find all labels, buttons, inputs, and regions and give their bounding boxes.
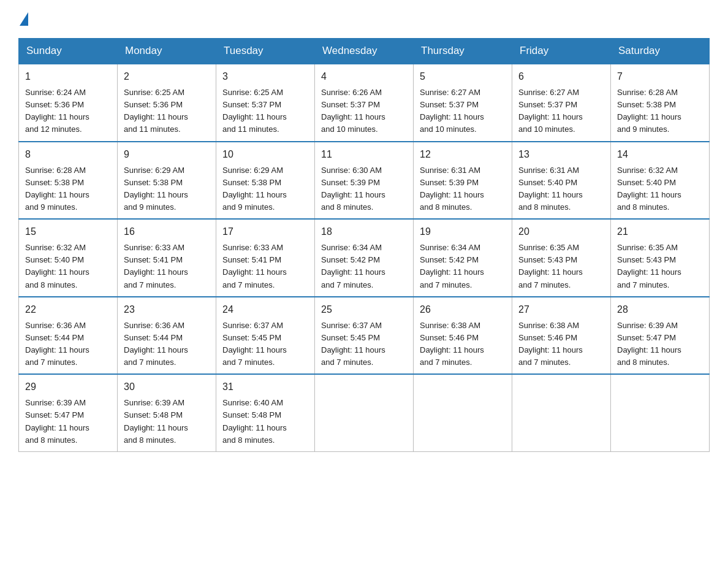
calendar-cell: 12 Sunrise: 6:31 AMSunset: 5:39 PMDaylig… (414, 142, 512, 220)
calendar-cell: 3 Sunrise: 6:25 AMSunset: 5:37 PMDayligh… (216, 64, 315, 142)
day-number: 10 (222, 147, 308, 162)
page-header (18, 12, 710, 27)
calendar-cell: 9 Sunrise: 6:29 AMSunset: 5:38 PMDayligh… (118, 142, 216, 220)
day-number: 3 (222, 69, 308, 84)
day-number: 12 (420, 147, 506, 162)
calendar-cell: 7 Sunrise: 6:28 AMSunset: 5:38 PMDayligh… (611, 64, 710, 142)
day-info: Sunrise: 6:36 AMSunset: 5:44 PMDaylight:… (124, 321, 188, 367)
column-header-saturday: Saturday (611, 39, 710, 64)
day-info: Sunrise: 6:29 AMSunset: 5:38 PMDaylight:… (124, 166, 188, 212)
day-info: Sunrise: 6:30 AMSunset: 5:39 PMDaylight:… (321, 166, 385, 212)
calendar-cell: 14 Sunrise: 6:32 AMSunset: 5:40 PMDaylig… (611, 142, 710, 220)
day-number: 31 (222, 380, 308, 394)
calendar-cell: 4 Sunrise: 6:26 AMSunset: 5:37 PMDayligh… (315, 64, 414, 142)
day-info: Sunrise: 6:32 AMSunset: 5:40 PMDaylight:… (617, 166, 681, 212)
day-info: Sunrise: 6:29 AMSunset: 5:38 PMDaylight:… (222, 166, 287, 212)
day-number: 16 (124, 224, 210, 239)
day-info: Sunrise: 6:33 AMSunset: 5:41 PMDaylight:… (124, 243, 188, 289)
day-number: 24 (222, 302, 308, 317)
day-number: 13 (518, 147, 604, 162)
calendar-cell: 20 Sunrise: 6:35 AMSunset: 5:43 PMDaylig… (512, 219, 611, 297)
day-number: 11 (321, 147, 407, 162)
calendar-cell: 28 Sunrise: 6:39 AMSunset: 5:47 PMDaylig… (611, 297, 710, 375)
day-number: 20 (518, 224, 604, 239)
day-number: 19 (420, 224, 506, 239)
day-number: 30 (124, 380, 210, 394)
day-number: 2 (124, 69, 210, 84)
day-number: 28 (617, 302, 703, 317)
calendar-cell: 26 Sunrise: 6:38 AMSunset: 5:46 PMDaylig… (414, 297, 512, 375)
day-number: 6 (518, 69, 604, 84)
calendar-cell (414, 374, 512, 451)
calendar-cell: 8 Sunrise: 6:28 AMSunset: 5:38 PMDayligh… (19, 142, 118, 220)
day-number: 1 (25, 69, 111, 84)
day-info: Sunrise: 6:36 AMSunset: 5:44 PMDaylight:… (25, 321, 89, 367)
week-row-3: 15 Sunrise: 6:32 AMSunset: 5:40 PMDaylig… (19, 219, 710, 297)
column-header-sunday: Sunday (19, 39, 118, 64)
day-info: Sunrise: 6:28 AMSunset: 5:38 PMDaylight:… (617, 88, 681, 134)
calendar-cell: 2 Sunrise: 6:25 AMSunset: 5:36 PMDayligh… (118, 64, 216, 142)
day-info: Sunrise: 6:28 AMSunset: 5:38 PMDaylight:… (25, 166, 89, 212)
calendar-cell: 22 Sunrise: 6:36 AMSunset: 5:44 PMDaylig… (19, 297, 118, 375)
calendar-cell: 29 Sunrise: 6:39 AMSunset: 5:47 PMDaylig… (19, 374, 118, 451)
day-info: Sunrise: 6:27 AMSunset: 5:37 PMDaylight:… (420, 88, 484, 134)
day-number: 8 (25, 147, 111, 162)
day-number: 9 (124, 147, 210, 162)
week-row-2: 8 Sunrise: 6:28 AMSunset: 5:38 PMDayligh… (19, 142, 710, 220)
day-number: 15 (25, 224, 111, 239)
day-info: Sunrise: 6:27 AMSunset: 5:37 PMDaylight:… (518, 88, 583, 134)
column-header-thursday: Thursday (414, 39, 512, 64)
header-row: SundayMondayTuesdayWednesdayThursdayFrid… (19, 39, 710, 64)
calendar-cell: 17 Sunrise: 6:33 AMSunset: 5:41 PMDaylig… (216, 219, 315, 297)
day-number: 26 (420, 302, 506, 317)
week-row-5: 29 Sunrise: 6:39 AMSunset: 5:47 PMDaylig… (19, 374, 710, 451)
day-info: Sunrise: 6:37 AMSunset: 5:45 PMDaylight:… (321, 321, 385, 367)
column-header-wednesday: Wednesday (315, 39, 414, 64)
calendar-cell: 23 Sunrise: 6:36 AMSunset: 5:44 PMDaylig… (118, 297, 216, 375)
day-info: Sunrise: 6:35 AMSunset: 5:43 PMDaylight:… (518, 243, 583, 289)
day-number: 25 (321, 302, 407, 317)
calendar-cell: 5 Sunrise: 6:27 AMSunset: 5:37 PMDayligh… (414, 64, 512, 142)
calendar-cell: 19 Sunrise: 6:34 AMSunset: 5:42 PMDaylig… (414, 219, 512, 297)
day-info: Sunrise: 6:34 AMSunset: 5:42 PMDaylight:… (420, 243, 484, 289)
day-info: Sunrise: 6:35 AMSunset: 5:43 PMDaylight:… (617, 243, 681, 289)
logo (18, 12, 28, 27)
day-info: Sunrise: 6:25 AMSunset: 5:37 PMDaylight:… (222, 88, 287, 134)
day-info: Sunrise: 6:32 AMSunset: 5:40 PMDaylight:… (25, 243, 89, 289)
calendar-cell (512, 374, 611, 451)
day-number: 14 (617, 147, 703, 162)
day-number: 4 (321, 69, 407, 84)
week-row-1: 1 Sunrise: 6:24 AMSunset: 5:36 PMDayligh… (19, 64, 710, 142)
calendar-cell (611, 374, 710, 451)
day-number: 23 (124, 302, 210, 317)
day-number: 21 (617, 224, 703, 239)
calendar-cell: 18 Sunrise: 6:34 AMSunset: 5:42 PMDaylig… (315, 219, 414, 297)
day-info: Sunrise: 6:31 AMSunset: 5:39 PMDaylight:… (420, 166, 484, 212)
day-number: 22 (25, 302, 111, 317)
calendar-cell: 27 Sunrise: 6:38 AMSunset: 5:46 PMDaylig… (512, 297, 611, 375)
calendar-cell: 11 Sunrise: 6:30 AMSunset: 5:39 PMDaylig… (315, 142, 414, 220)
day-info: Sunrise: 6:24 AMSunset: 5:36 PMDaylight:… (25, 88, 89, 134)
day-info: Sunrise: 6:37 AMSunset: 5:45 PMDaylight:… (222, 321, 287, 367)
calendar-cell: 1 Sunrise: 6:24 AMSunset: 5:36 PMDayligh… (19, 64, 118, 142)
calendar-cell: 16 Sunrise: 6:33 AMSunset: 5:41 PMDaylig… (118, 219, 216, 297)
week-row-4: 22 Sunrise: 6:36 AMSunset: 5:44 PMDaylig… (19, 297, 710, 375)
day-info: Sunrise: 6:38 AMSunset: 5:46 PMDaylight:… (420, 321, 484, 367)
day-number: 7 (617, 69, 703, 84)
day-number: 5 (420, 69, 506, 84)
day-info: Sunrise: 6:34 AMSunset: 5:42 PMDaylight:… (321, 243, 385, 289)
day-info: Sunrise: 6:39 AMSunset: 5:48 PMDaylight:… (124, 398, 188, 444)
logo-triangle-icon (20, 12, 28, 26)
day-number: 18 (321, 224, 407, 239)
day-info: Sunrise: 6:26 AMSunset: 5:37 PMDaylight:… (321, 88, 385, 134)
calendar-table: SundayMondayTuesdayWednesdayThursdayFrid… (18, 38, 710, 452)
calendar-cell: 24 Sunrise: 6:37 AMSunset: 5:45 PMDaylig… (216, 297, 315, 375)
calendar-cell: 10 Sunrise: 6:29 AMSunset: 5:38 PMDaylig… (216, 142, 315, 220)
day-info: Sunrise: 6:33 AMSunset: 5:41 PMDaylight:… (222, 243, 287, 289)
calendar-cell: 21 Sunrise: 6:35 AMSunset: 5:43 PMDaylig… (611, 219, 710, 297)
calendar-cell: 6 Sunrise: 6:27 AMSunset: 5:37 PMDayligh… (512, 64, 611, 142)
calendar-cell: 13 Sunrise: 6:31 AMSunset: 5:40 PMDaylig… (512, 142, 611, 220)
day-info: Sunrise: 6:25 AMSunset: 5:36 PMDaylight:… (124, 88, 188, 134)
day-number: 17 (222, 224, 308, 239)
calendar-cell (315, 374, 414, 451)
